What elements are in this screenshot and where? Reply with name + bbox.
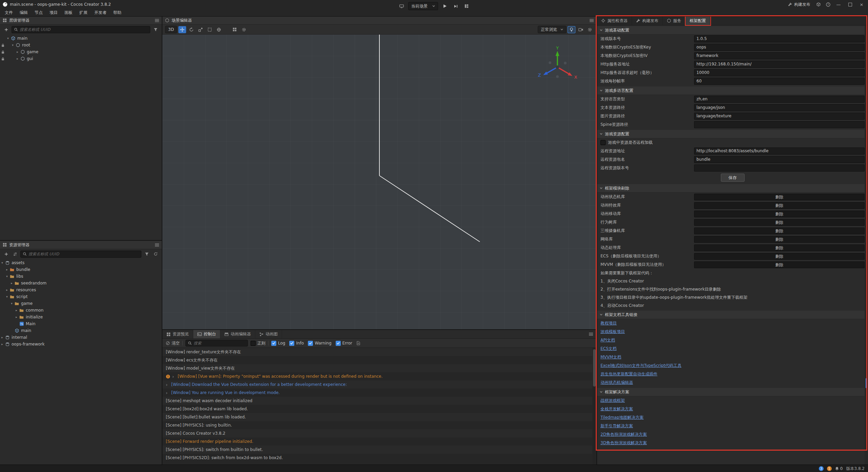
expander-icon[interactable]: ▾ — [6, 37, 10, 40]
log-row[interactable]: [Window] render_texture文件夹不存在 — [162, 348, 596, 356]
scene-camera-button[interactable] — [577, 26, 585, 33]
view-mode-dropdown[interactable]: 正常浏览 — [538, 26, 566, 33]
log-row[interactable]: [Scene] [bullet]:bullet wasm lib loaded. — [162, 413, 596, 421]
delete-button[interactable]: 删除 — [694, 194, 865, 200]
tree-item[interactable]: ▸ bundle — [0, 266, 162, 273]
log-row[interactable]: [Scene] meshopt wasm decoder initialized — [162, 397, 596, 405]
inspector-tab[interactable]: 属性检查器 — [597, 16, 632, 25]
log-row[interactable]: › [Window] You are running Vue in develo… — [162, 389, 596, 397]
assets-filter-button[interactable] — [143, 251, 150, 257]
gizmo-settings-button[interactable] — [240, 26, 248, 33]
rotate-tool-button[interactable] — [188, 26, 195, 33]
log-row[interactable]: › [Window] [Vue warn]: Property "onInput… — [162, 372, 596, 380]
expander-icon[interactable]: › — [166, 382, 169, 387]
tree-item[interactable]: ▾ assets — [0, 259, 162, 266]
dimension-toggle-button[interactable]: 3D — [165, 26, 177, 33]
rect-tool-button[interactable] — [206, 26, 214, 33]
field-input[interactable]: language/texture — [694, 113, 865, 120]
panel-menu-icon[interactable] — [590, 19, 594, 22]
doc-link[interactable]: 游戏模板项目 — [597, 328, 868, 336]
inspector-scrollbar[interactable] — [865, 25, 868, 465]
tree-item[interactable]: ▸ game — [0, 48, 162, 55]
tree-item[interactable]: ▾ libs — [0, 273, 162, 280]
log-count-badge[interactable]: 3 — [819, 466, 824, 471]
orientation-gizmo[interactable]: Y X Z — [535, 46, 579, 87]
tree-item[interactable]: ▾ script — [0, 293, 162, 300]
inspector-tab[interactable]: 服务 — [663, 16, 686, 25]
menu-item[interactable]: 节点 — [31, 9, 46, 16]
scale-tool-button[interactable] — [197, 26, 204, 33]
play-button[interactable] — [441, 2, 449, 10]
filter-warning[interactable]: Warning — [308, 341, 331, 346]
add-node-button[interactable] — [3, 26, 9, 33]
field-input[interactable]: 1.0.5 — [694, 35, 865, 42]
expander-icon[interactable]: ▾ — [9, 302, 14, 305]
delete-button[interactable]: 删除 — [694, 244, 865, 251]
tree-item[interactable]: ▸ resources — [0, 287, 162, 293]
checkbox-icon[interactable] — [271, 341, 276, 346]
panel-menu-icon[interactable] — [155, 243, 159, 247]
field-input[interactable]: language/json — [694, 104, 865, 111]
lock-icon[interactable] — [0, 57, 6, 61]
field-input[interactable]: bundle — [694, 156, 865, 163]
log-row[interactable]: [Scene] [PHYSICS]: switch from builtin t… — [162, 446, 596, 454]
doc-link[interactable]: 3D角色扮演游戏解决方案 — [597, 439, 868, 447]
expander-icon[interactable]: ▸ — [14, 309, 19, 312]
log-row[interactable]: [Scene] [box2d]:box2d wasm lib loaded. — [162, 405, 596, 413]
console-scrollbar[interactable] — [592, 348, 596, 465]
checkbox-icon[interactable] — [336, 341, 341, 346]
filter-error[interactable]: Error — [336, 341, 352, 346]
expander-icon[interactable]: ▾ — [11, 43, 15, 47]
doc-link[interactable]: 新手引导解决方案 — [597, 422, 868, 430]
menu-item[interactable]: 编辑 — [16, 9, 31, 16]
scene-light-toggle-button[interactable] — [568, 26, 575, 33]
delete-button[interactable]: 删除 — [694, 228, 865, 234]
doc-link[interactable]: 全栈开发解决方案 — [597, 405, 868, 413]
console-tab[interactable]: 动画编辑器 — [220, 330, 255, 338]
notification-bell[interactable]: 0 — [835, 466, 843, 471]
preview-device-button[interactable] — [397, 2, 406, 10]
hierarchy-search-input[interactable]: 搜索名称或 UUID — [12, 26, 150, 33]
tree-item[interactable]: ▸ common — [0, 307, 162, 314]
doc-link[interactable]: 教程项目 — [597, 319, 868, 328]
delete-button[interactable]: 删除 — [694, 261, 865, 268]
expander-icon[interactable]: ▾ — [5, 275, 9, 278]
doc-link[interactable]: 动画状态机编辑器 — [597, 378, 868, 387]
console-tab[interactable]: 控制台 — [193, 330, 220, 338]
log-row[interactable]: [Scene] [PHYSICS2D]: switch from box2d-w… — [162, 454, 596, 462]
assets-search-input[interactable]: 搜索名称或 UUID — [20, 251, 141, 258]
field-input[interactable]: zh,en — [694, 96, 865, 103]
inspector-tab[interactable]: 框架配置 — [686, 16, 710, 25]
expander-icon[interactable]: ▸ — [15, 57, 20, 60]
console-tab[interactable]: 动画图 — [255, 330, 282, 338]
layout-button[interactable] — [462, 2, 471, 10]
maximize-button[interactable] — [845, 0, 855, 8]
tree-item[interactable]: ▸ oops-framework — [0, 341, 162, 348]
delete-button[interactable]: 删除 — [694, 236, 865, 243]
log-count-badge[interactable]: 1 — [827, 466, 832, 471]
scene-settings-button[interactable] — [586, 26, 594, 33]
add-asset-button[interactable] — [3, 251, 9, 257]
checkbox-icon[interactable] — [308, 341, 313, 346]
menu-item[interactable]: 项目 — [46, 9, 61, 16]
field-input[interactable]: framework — [694, 52, 865, 59]
doc-link[interactable]: Tiledmap地图解决方案 — [597, 413, 868, 422]
log-row[interactable]: [Window] model_view文件夹不存在 — [162, 364, 596, 372]
doc-link[interactable]: 原生包热更新配置自动生成插件 — [597, 370, 868, 378]
section-header[interactable]: 游戏资源配置 — [597, 130, 868, 138]
doc-link[interactable]: 战棋游戏框架 — [597, 396, 868, 405]
inspector-tab[interactable]: 构建发布 — [632, 16, 663, 25]
help-button[interactable]: ? — [824, 1, 832, 8]
tree-item[interactable]: ▾ root — [0, 42, 162, 48]
export-log-button[interactable] — [355, 340, 362, 347]
field-input[interactable]: http://192.168.0.150/main/ — [694, 61, 865, 68]
log-row[interactable]: [Scene] Forward render pipeline initiali… — [162, 437, 596, 446]
expander-icon[interactable]: ▾ — [5, 295, 9, 298]
checkbox-icon[interactable] — [600, 140, 606, 145]
tree-item[interactable]: ▸ internal — [0, 334, 162, 341]
expander-icon[interactable]: › — [166, 390, 169, 395]
field-input[interactable]: 10000 — [694, 69, 865, 76]
tree-item[interactable]: ▸ gui — [0, 55, 162, 62]
field-input[interactable] — [694, 164, 865, 172]
menu-item[interactable]: 开发者 — [91, 9, 110, 16]
